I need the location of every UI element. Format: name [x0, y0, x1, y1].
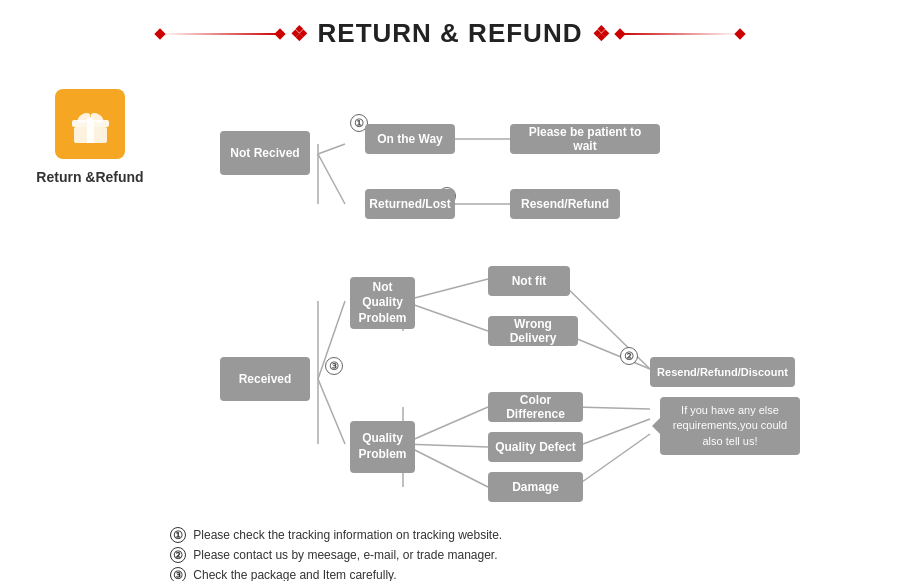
footnote-3-text: Check the package and Item carefully. — [193, 568, 396, 581]
not-fit-box: Not fit — [488, 266, 570, 296]
title-line-right — [620, 33, 740, 35]
gift-label: Return &Refund — [36, 169, 143, 185]
svg-line-24 — [575, 419, 650, 447]
resend-refund-box: Resend/Refund — [510, 189, 620, 219]
svg-line-19 — [403, 444, 488, 487]
svg-line-25 — [575, 434, 650, 487]
svg-line-14 — [403, 279, 488, 301]
circle-3-received: ③ — [325, 357, 343, 375]
footnote-3: ③ Check the package and Item carefully. — [170, 567, 880, 581]
svg-line-12 — [318, 379, 345, 444]
on-the-way-box: On the Way — [365, 124, 455, 154]
flow-area: Not Recived ① On the Way Please be patie… — [170, 59, 880, 519]
title-line-left — [160, 33, 280, 35]
tooltip-box: If you have any else requirements,you co… — [660, 397, 800, 455]
page-title: RETURN & REFUND — [318, 18, 583, 49]
title-deco-left: ❖ — [290, 22, 308, 46]
not-received-box: Not Recived — [220, 131, 310, 175]
footnotes-section: ① Please check the tracking information … — [0, 519, 900, 581]
wrong-delivery-box: Wrong Delivery — [488, 316, 578, 346]
footnote-2: ② Please contact us by meesage, e-mail, … — [170, 547, 880, 563]
svg-line-18 — [403, 444, 488, 447]
quality-problem-box: Quality Problem — [350, 421, 415, 473]
svg-point-5 — [87, 117, 93, 123]
please-wait-box: Please be patient to wait — [510, 124, 660, 154]
footnote-1: ① Please check the tracking information … — [170, 527, 880, 543]
gift-box-icon — [55, 89, 125, 159]
footnote-num-1: ① — [170, 527, 186, 543]
footnote-num-3: ③ — [170, 567, 186, 581]
color-diff-box: Color Difference — [488, 392, 583, 422]
left-panel: Return &Refund — [20, 59, 160, 519]
footnote-2-text: Please contact us by meesage, e-mail, or… — [193, 548, 497, 562]
resend-refund-discount-box: Resend/Refund/Discount — [650, 357, 795, 387]
svg-line-17 — [403, 407, 488, 444]
not-quality-box: Not Quality Problem — [350, 277, 415, 329]
svg-line-23 — [575, 407, 650, 409]
svg-line-15 — [403, 301, 488, 331]
footnote-1-text: Please check the tracking information on… — [193, 528, 502, 542]
svg-rect-2 — [87, 120, 94, 143]
received-box: Received — [220, 357, 310, 401]
title-deco-right: ❖ — [592, 22, 610, 46]
quality-defect-box: Quality Defect — [488, 432, 583, 462]
damage-box: Damage — [488, 472, 583, 502]
svg-line-7 — [318, 154, 345, 204]
returned-lost-box: Returned/Lost — [365, 189, 455, 219]
tooltip-text: If you have any else requirements,you co… — [673, 404, 787, 447]
footnote-num-2: ② — [170, 547, 186, 563]
circle-2-right: ② — [620, 347, 638, 365]
title-bar: ❖ RETURN & REFUND ❖ — [0, 0, 900, 59]
main-content: Return &Refund — [0, 59, 900, 519]
svg-line-6 — [318, 144, 345, 154]
